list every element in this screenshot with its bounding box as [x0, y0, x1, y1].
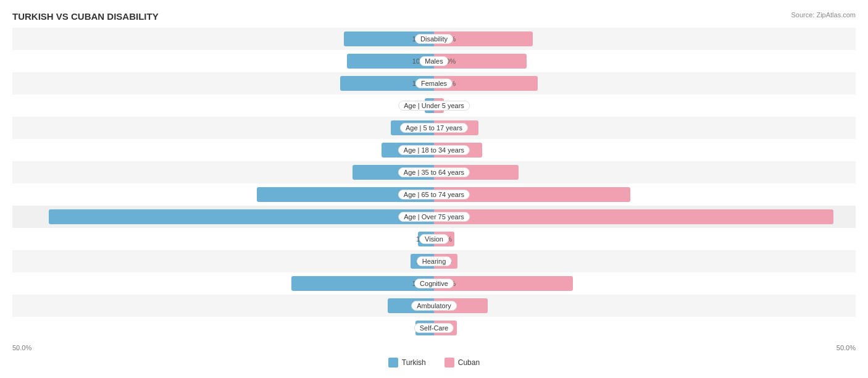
- legend-cuban-box: [444, 358, 454, 368]
- legend-turkish: Turkish: [388, 358, 426, 368]
- label-center-vision: Vision: [419, 234, 449, 244]
- bars-wrapper-age-35to64: 9.7% Age | 35 to 64 years 10.0%: [12, 161, 856, 183]
- label-center-cognitive: Cognitive: [414, 279, 454, 288]
- legend-cuban: Cuban: [444, 358, 480, 368]
- bars-wrapper-age-over75: 45.7% Age | Over 75 years 47.4%: [12, 206, 856, 228]
- axis-row: 50.0% 50.0%: [12, 342, 856, 354]
- legend: Turkish Cuban: [12, 358, 856, 368]
- bar-row-females: 11.1% Females 12.3%: [12, 72, 856, 94]
- legend-turkish-box: [388, 358, 398, 368]
- bars-wrapper-ambulatory: 5.5% Ambulatory 6.4%: [12, 295, 856, 317]
- label-center-ambulatory: Ambulatory: [411, 301, 457, 311]
- bars-wrapper-hearing: 2.8% Hearing 2.8%: [12, 250, 856, 272]
- bar-row-age-35to64: 9.7% Age | 35 to 64 years 10.0%: [12, 161, 856, 183]
- label-center-disability: Disability: [415, 34, 453, 44]
- legend-cuban-label: Cuban: [458, 358, 480, 367]
- bar-row-age-5to17: 5.1% Age | 5 to 17 years 5.3%: [12, 117, 856, 139]
- label-center-age-65to74: Age | 65 to 74 years: [398, 190, 470, 200]
- bar-row-cognitive: 16.9% Cognitive 16.5%: [12, 272, 856, 295]
- label-center-age-5to17: Age | 5 to 17 years: [400, 123, 468, 133]
- label-center-males: Males: [419, 56, 448, 66]
- bars-wrapper-females: 11.1% Females 12.3%: [12, 72, 856, 94]
- bars-wrapper-males: 10.3% Males 11.0%: [12, 50, 856, 72]
- legend-turkish-label: Turkish: [402, 358, 426, 367]
- bars-wrapper-cognitive: 16.9% Cognitive 16.5%: [12, 272, 856, 295]
- bars-wrapper-vision: 1.9% Vision 2.4%: [12, 228, 856, 250]
- right-bar-age-over75: [434, 209, 833, 224]
- label-center-age-35to64: Age | 35 to 64 years: [398, 167, 470, 177]
- source-text: Source: ZipAtlas.com: [791, 11, 856, 19]
- label-center-age-under5: Age | Under 5 years: [398, 101, 470, 111]
- label-center-self-care: Self-Care: [414, 323, 454, 333]
- label-center-age-18to34: Age | 18 to 34 years: [398, 145, 470, 155]
- bars-wrapper-age-under5: 1.1% Age | Under 5 years 1.2%: [12, 94, 856, 117]
- label-center-age-over75: Age | Over 75 years: [398, 212, 470, 222]
- bars-wrapper-self-care: 2.2% Self-Care 2.7%: [12, 317, 856, 339]
- bar-row-disability: 10.7% Disability 11.7%: [12, 28, 856, 50]
- bar-row-age-18to34: 6.2% Age | 18 to 34 years 5.7%: [12, 139, 856, 161]
- bars-wrapper-age-65to74: 21.0% Age | 65 to 74 years 23.3%: [12, 183, 856, 206]
- chart-container: TURKISH VS CUBAN DISABILITY Source: ZipA…: [0, 0, 868, 374]
- bar-row-age-under5: 1.1% Age | Under 5 years 1.2%: [12, 94, 856, 117]
- bar-row-ambulatory: 5.5% Ambulatory 6.4%: [12, 295, 856, 317]
- left-bar-age-over75: [49, 209, 434, 224]
- bar-row-males: 10.3% Males 11.0%: [12, 50, 856, 72]
- bar-row-self-care: 2.2% Self-Care 2.7%: [12, 317, 856, 339]
- bar-row-age-65to74: 21.0% Age | 65 to 74 years 23.3%: [12, 183, 856, 206]
- bar-row-age-over75: 45.7% Age | Over 75 years 47.4%: [12, 206, 856, 228]
- label-center-females: Females: [415, 78, 453, 88]
- label-center-hearing: Hearing: [417, 256, 452, 266]
- bars-wrapper-age-5to17: 5.1% Age | 5 to 17 years 5.3%: [12, 117, 856, 139]
- bar-row-hearing: 2.8% Hearing 2.8%: [12, 250, 856, 272]
- axis-right-label: 50.0%: [837, 344, 856, 351]
- bars-wrapper-age-18to34: 6.2% Age | 18 to 34 years 5.7%: [12, 139, 856, 161]
- bars-wrapper-disability: 10.7% Disability 11.7%: [12, 28, 856, 50]
- axis-left-label: 50.0%: [12, 344, 31, 351]
- chart-area: 10.7% Disability 11.7% 10.3% Males 11.0%…: [12, 28, 856, 339]
- bar-row-vision: 1.9% Vision 2.4%: [12, 228, 856, 250]
- chart-title: TURKISH VS CUBAN DISABILITY: [12, 11, 856, 22]
